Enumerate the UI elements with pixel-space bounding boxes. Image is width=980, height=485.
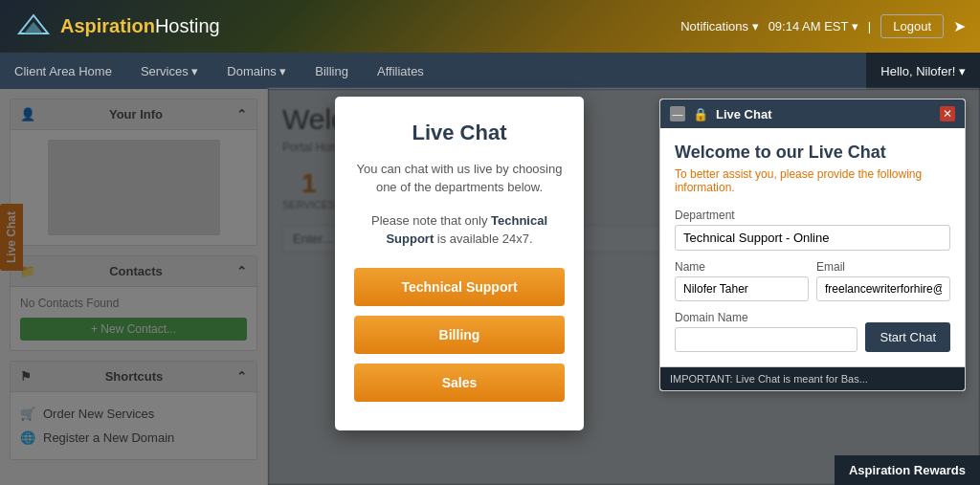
aspiration-rewards[interactable]: Aspiration Rewards <box>835 455 980 485</box>
modal-description: You can chat with us live by choosing on… <box>354 160 565 197</box>
hello-user: Hello, Nilofer! ▾ <box>880 64 966 78</box>
logo-hosting: Hosting <box>155 15 220 37</box>
billing-button[interactable]: Billing <box>354 316 565 354</box>
arrow-icon: ➤ <box>953 17 966 35</box>
start-chat-button[interactable]: Start Chat <box>865 322 950 352</box>
modal-title: Live Chat <box>354 121 565 145</box>
nav-client-area-home[interactable]: Client Area Home <box>0 53 126 89</box>
lock-icon: 🔒 <box>693 107 708 121</box>
nav-services[interactable]: Services ▾ <box>126 53 212 89</box>
logo-icon <box>14 12 53 41</box>
notifications-button[interactable]: Notifications ▾ <box>680 19 758 33</box>
name-email-row: Name Email <box>675 260 950 301</box>
header-right: Notifications ▾ 09:14 AM EST ▾ | Logout … <box>680 14 966 38</box>
name-group: Name <box>675 260 809 301</box>
chat-widget-title: Live Chat <box>716 107 772 121</box>
chat-widget-header: — 🔒 Live Chat ✕ <box>660 99 965 128</box>
name-input[interactable] <box>675 276 809 301</box>
logout-button[interactable]: Logout <box>880 14 944 38</box>
chat-welcome-sub: To better assist you, please provide the… <box>675 167 950 194</box>
nav-domains[interactable]: Domains ▾ <box>212 53 301 89</box>
name-label: Name <box>675 260 809 274</box>
logo: AspirationHosting <box>14 12 220 41</box>
modal-note: Please note that only Technical Support … <box>354 211 565 249</box>
domain-label: Domain Name <box>675 311 858 324</box>
minimize-button[interactable]: — <box>670 106 685 121</box>
time-display: 09:14 AM EST ▾ <box>768 19 858 33</box>
chat-widget-footer: IMPORTANT: Live Chat is meant for Bas... <box>660 366 965 390</box>
nav-hello[interactable]: Hello, Nilofer! ▾ <box>866 53 980 89</box>
domain-input[interactable] <box>675 327 858 352</box>
navbar: Client Area Home Services ▾ Domains ▾ Bi… <box>0 53 980 89</box>
nav-billing[interactable]: Billing <box>301 53 363 89</box>
email-input[interactable] <box>816 276 950 301</box>
chat-widget-body: Welcome to our Live Chat To better assis… <box>660 128 965 366</box>
chat-widget: — 🔒 Live Chat ✕ Welcome to our Live Chat… <box>659 99 966 391</box>
logo-aspiration: Aspiration <box>60 15 155 37</box>
domain-group: Domain Name <box>675 311 858 352</box>
domain-row: Domain Name Start Chat <box>675 311 950 352</box>
livechat-modal: Live Chat You can chat with us live by c… <box>335 97 584 430</box>
sales-button[interactable]: Sales <box>354 364 565 402</box>
email-group: Email <box>816 260 950 301</box>
email-label: Email <box>816 260 950 274</box>
nav-affiliates[interactable]: Affiliates <box>363 53 438 89</box>
modal-note-suffix: is available 24x7. <box>434 231 532 246</box>
modal-note-prefix: Please note that only <box>371 213 491 228</box>
department-input[interactable] <box>675 225 950 251</box>
header: AspirationHosting Notifications ▾ 09:14 … <box>0 0 980 53</box>
main-content: Live Chat 👤 Your Info ⌃ 📁 Contacts ⌃ No … <box>0 89 980 485</box>
department-label: Department <box>675 209 950 222</box>
technical-support-button[interactable]: Technical Support <box>354 268 565 306</box>
chat-welcome-title: Welcome to our Live Chat <box>675 143 950 163</box>
close-button[interactable]: ✕ <box>940 106 955 121</box>
footer-text: IMPORTANT: Live Chat is meant for Bas... <box>670 373 868 385</box>
